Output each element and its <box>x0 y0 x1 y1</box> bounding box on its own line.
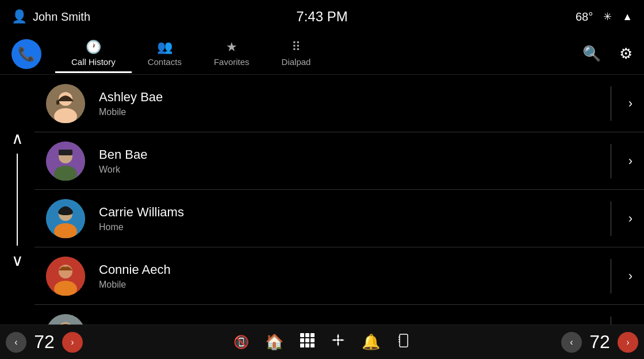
list-item[interactable]: Craig Anderson › <box>34 305 644 324</box>
chevron-right-icon[interactable]: › <box>623 154 632 169</box>
divider <box>611 144 611 178</box>
left-temperature: 72 <box>30 331 59 353</box>
scroll-controls: ∧ ∨ <box>0 75 34 324</box>
call-history-label: Call History <box>71 57 116 67</box>
left-temp-section: ‹ 72 › <box>6 331 83 353</box>
tab-contacts[interactable]: 👥 Contacts <box>132 35 198 73</box>
divider <box>611 259 611 293</box>
dialpad-label: Dialpad <box>282 57 311 67</box>
contacts-icon: 👥 <box>157 40 172 55</box>
nav-tabs: 🕐 Call History 👥 Contacts ★ Favorites ⠿ … <box>55 35 582 73</box>
contact-info: Ashley Bae Mobile <box>99 90 599 117</box>
phone-nav-icon[interactable]: 📞 <box>12 39 41 69</box>
avatar <box>46 257 85 296</box>
avatar <box>46 84 85 123</box>
chevron-right-icon: › <box>71 337 74 347</box>
chevron-right-icon[interactable]: › <box>623 211 632 226</box>
top-bar-left: 👤 John Smith <box>12 9 90 24</box>
content-area: ∧ ∨ Ashley Bae Mobile › <box>0 75 644 324</box>
bottom-icons: 📵 🏠 🔔 <box>83 333 561 352</box>
list-item[interactable]: Ben Bae Work › <box>34 132 644 190</box>
contact-type: Mobile <box>99 107 599 117</box>
svg-rect-24 <box>305 343 309 347</box>
tab-favorites[interactable]: ★ Favorites <box>198 35 266 73</box>
divider <box>611 316 611 325</box>
contact-name: Connie Aech <box>99 262 599 277</box>
bluetooth-icon: ✳ <box>603 10 612 23</box>
chevron-left-icon: ‹ <box>570 337 573 347</box>
svg-rect-7 <box>59 150 72 155</box>
chevron-right-icon[interactable]: › <box>623 96 632 111</box>
phone-missed-icon[interactable]: 📵 <box>233 335 249 350</box>
chevron-right-icon: › <box>626 337 629 347</box>
contact-list: Ashley Bae Mobile › Ben Bae Work › <box>34 75 644 324</box>
avatar <box>46 142 85 181</box>
avatar <box>46 199 85 238</box>
divider <box>611 86 611 121</box>
bell-icon[interactable]: 🔔 <box>362 333 380 351</box>
nav-bar: 📞 🕐 Call History 👥 Contacts ★ Favorites … <box>0 33 644 75</box>
favorites-label: Favorites <box>214 57 250 67</box>
fan-icon[interactable] <box>331 333 346 352</box>
scroll-indicator <box>17 154 18 246</box>
bottom-bar: ‹ 72 › 📵 🏠 <box>0 324 644 359</box>
contacts-label: Contacts <box>148 57 182 67</box>
settings-icon[interactable]: ⚙ <box>619 45 632 63</box>
right-temp-section: ‹ 72 › <box>561 331 638 353</box>
svg-point-12 <box>59 265 72 278</box>
scroll-down-button[interactable]: ∨ <box>12 253 24 269</box>
user-icon: 👤 <box>12 9 27 24</box>
right-temp-decrease-button[interactable]: ‹ <box>561 332 582 353</box>
right-temp-increase-button[interactable]: › <box>618 332 638 353</box>
grid-icon[interactable] <box>300 333 315 352</box>
list-item[interactable]: Carrie Williams Home › <box>34 190 644 247</box>
contact-type: Work <box>99 165 599 175</box>
svg-rect-23 <box>300 343 304 347</box>
contact-info: Connie Aech Mobile <box>99 262 599 290</box>
user-name: John Smith <box>33 10 90 24</box>
svg-rect-18 <box>305 333 309 337</box>
top-bar-right: 68° ✳ ▲ <box>576 10 632 24</box>
contact-type: Mobile <box>99 280 599 290</box>
contact-name: Ashley Bae <box>99 90 599 105</box>
home-icon[interactable]: 🏠 <box>265 333 283 351</box>
svg-point-26 <box>336 339 339 342</box>
list-item[interactable]: Connie Aech Mobile › <box>34 247 644 305</box>
divider <box>611 201 611 236</box>
scroll-up-button[interactable]: ∧ <box>12 131 24 147</box>
left-temp-decrease-button[interactable]: ‹ <box>6 332 26 353</box>
nav-actions: 🔍 ⚙ <box>582 45 632 63</box>
svg-rect-22 <box>310 338 315 342</box>
right-temperature: 72 <box>585 331 614 353</box>
left-temp-increase-button[interactable]: › <box>62 332 83 353</box>
chevron-right-icon[interactable]: › <box>623 269 632 284</box>
tab-call-history[interactable]: 🕐 Call History <box>55 35 132 73</box>
svg-rect-25 <box>310 343 315 347</box>
contact-info: Ben Bae Work <box>99 147 599 175</box>
phone-icon-symbol: 📞 <box>18 46 35 62</box>
list-item[interactable]: Ashley Bae Mobile › <box>34 75 644 132</box>
call-history-icon: 🕐 <box>86 40 101 55</box>
svg-rect-3 <box>56 100 59 105</box>
avatar <box>46 314 85 325</box>
contact-info: Carrie Williams Home <box>99 205 599 232</box>
svg-rect-20 <box>300 338 304 342</box>
tab-dialpad[interactable]: ⠿ Dialpad <box>266 35 327 73</box>
svg-rect-19 <box>310 333 315 337</box>
contact-name: Ben Bae <box>99 147 599 162</box>
contact-name: Carrie Williams <box>99 205 599 220</box>
heat-phone-icon[interactable] <box>396 333 411 352</box>
svg-rect-21 <box>305 338 309 342</box>
temperature-display: 68° <box>576 10 593 24</box>
clock-display: 7:43 PM <box>296 9 347 25</box>
svg-rect-17 <box>300 333 304 337</box>
dialpad-icon: ⠿ <box>292 40 301 55</box>
favorites-icon: ★ <box>226 40 237 55</box>
contact-type: Home <box>99 222 599 232</box>
signal-icon: ▲ <box>622 11 632 23</box>
top-bar: 👤 John Smith 7:43 PM 68° ✳ ▲ <box>0 0 644 33</box>
search-icon[interactable]: 🔍 <box>582 45 601 63</box>
chevron-left-icon: ‹ <box>14 337 17 347</box>
